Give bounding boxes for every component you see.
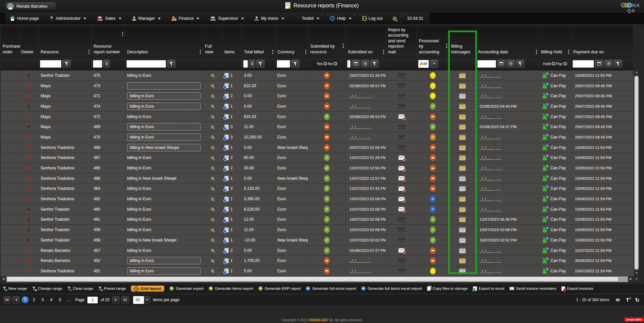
column-header-currency[interactable]: Currency	[275, 26, 308, 57]
last-page-button[interactable]	[121, 296, 129, 304]
user-badge[interactable]: Renato Barcelos	[5, 2, 56, 11]
reject-mail-icon[interactable]	[398, 114, 405, 119]
full-view-icon[interactable]	[211, 95, 214, 98]
billing-message-icon[interactable]	[459, 165, 466, 171]
full-view-icon[interactable]	[211, 249, 214, 252]
column-header-billing-messages[interactable]: Billing messages	[449, 26, 476, 57]
full-view-icon[interactable]	[211, 136, 214, 139]
toolbar-item-generate-full-items-excel-export[interactable]: Generate full items excel export	[361, 286, 422, 291]
column-header-payment-due-on[interactable]: Payment due on	[571, 26, 634, 57]
processed-status-icon[interactable]: ✓	[430, 103, 436, 110]
table-row[interactable]: ✖Maya4731810.33Euro02/08/2023 06:57 PM✓_…	[1, 81, 634, 91]
delete-icon[interactable]: ✖	[26, 104, 31, 109]
submitted-status-icon[interactable]: ✓	[324, 185, 330, 192]
table-row[interactable]: ✖Renato Barcelos457billing in Euro20.00E…	[1, 246, 634, 256]
reject-mail-icon[interactable]	[398, 259, 405, 263]
full-view-icon[interactable]	[211, 84, 214, 87]
submitted-status-icon[interactable]	[324, 83, 330, 89]
toolbar-item-generate-items-export[interactable]: Generate items export	[209, 286, 253, 291]
menu-item-help[interactable]: Help	[325, 13, 357, 24]
delete-icon[interactable]: ✖	[26, 197, 31, 202]
full-view-icon[interactable]	[211, 228, 214, 231]
table-row[interactable]: ✖Senhor Tradutor458billing in New Israel…	[1, 235, 634, 246]
filter-input-payment-due-on[interactable]	[573, 60, 594, 68]
horizontal-scrollbar-thumb[interactable]	[7, 277, 619, 282]
delete-icon[interactable]: ✖	[26, 248, 31, 253]
table-row[interactable]: ✖Senhor Tradutor461billing in Euro112.00…	[1, 215, 634, 225]
filter-input-submitted-on[interactable]	[347, 60, 351, 68]
delete-icon[interactable]: ✖	[26, 145, 31, 150]
menu-item-sales[interactable]: Sales	[92, 13, 126, 24]
table-row[interactable]: ✖Senhora Tradutora462billing in Euro13,3…	[1, 194, 634, 204]
prev-page-button[interactable]	[12, 296, 20, 304]
toolbar-item-preset-range[interactable]: Preset range	[98, 286, 126, 290]
spinner-up-icon[interactable]	[106, 62, 108, 63]
reject-mail-icon[interactable]	[398, 145, 405, 150]
table-row[interactable]: ✖Maya469billing in Euro311.00Euro_/_/___…	[1, 122, 634, 132]
processed-status-icon[interactable]	[430, 144, 436, 151]
submitted-status-icon[interactable]	[324, 144, 330, 151]
reject-mail-icon[interactable]	[398, 125, 405, 129]
items-per-page-select[interactable]: 20	[133, 296, 150, 304]
processed-status-icon[interactable]	[430, 185, 436, 192]
number-spinner[interactable]	[103, 60, 110, 68]
horizontal-scrollbar[interactable]	[1, 276, 639, 282]
reject-mail-icon[interactable]	[398, 207, 405, 211]
time-picker-button[interactable]	[361, 60, 369, 68]
full-view-icon[interactable]	[211, 146, 214, 149]
submitted-status-icon[interactable]: ✓	[324, 113, 330, 120]
table-row[interactable]: ✖Senhora Tradutora451billing in Euro15.0…	[1, 266, 634, 276]
processed-status-icon[interactable]	[430, 113, 436, 120]
spinner-down-icon[interactable]	[106, 64, 108, 65]
column-menu-icon[interactable]	[122, 32, 123, 36]
billing-message-icon[interactable]	[459, 237, 466, 243]
column-header-total-billed[interactable]: Total billed	[242, 26, 275, 57]
processed-status-icon[interactable]	[430, 175, 436, 182]
processed-status-icon[interactable]: ✓	[430, 72, 436, 79]
filter-input-total-billed[interactable]	[243, 60, 248, 68]
time-picker-button[interactable]	[506, 60, 515, 68]
page-number-button[interactable]: 1	[21, 296, 29, 304]
processed-status-icon[interactable]: ✓	[430, 83, 436, 89]
submitted-status-icon[interactable]: ✓	[324, 196, 330, 202]
full-view-icon[interactable]	[211, 167, 214, 170]
fit-columns-button[interactable]	[614, 297, 621, 303]
toolbar-item-send-invoice-reminders[interactable]: Send invoice reminders	[509, 286, 556, 290]
delete-icon[interactable]: ✖	[26, 237, 31, 243]
full-view-icon[interactable]	[211, 269, 214, 272]
billing-message-icon[interactable]	[459, 207, 466, 212]
column-header-purchase-order[interactable]: Purchase order	[1, 26, 19, 57]
column-header-delete[interactable]: Delete	[19, 26, 39, 57]
billing-message-icon[interactable]	[459, 155, 466, 160]
reject-mail-icon[interactable]	[398, 228, 405, 232]
processed-status-icon[interactable]: ✓	[430, 226, 436, 233]
submitted-status-icon[interactable]	[324, 268, 330, 274]
reject-mail-icon[interactable]	[398, 197, 405, 201]
delete-icon[interactable]: ✖	[26, 207, 31, 212]
reject-mail-icon[interactable]	[398, 94, 405, 98]
submitted-status-icon[interactable]	[324, 134, 330, 141]
description-input[interactable]: billing in Euro	[127, 133, 201, 141]
description-input[interactable]: billing in Euro	[127, 267, 201, 275]
submitted-status-icon[interactable]	[324, 103, 330, 110]
description-input[interactable]	[127, 82, 201, 90]
column-menu-icon[interactable]	[305, 50, 306, 54]
delete-icon[interactable]: ✖	[26, 155, 31, 160]
reject-mail-icon[interactable]	[398, 248, 405, 253]
billing-message-icon[interactable]	[459, 134, 466, 140]
billing-message-icon[interactable]	[459, 93, 466, 99]
submitted-status-icon[interactable]	[324, 257, 330, 264]
processed-status-icon[interactable]: ✓	[430, 216, 436, 223]
column-menu-icon[interactable]	[446, 44, 447, 48]
reject-mail-icon[interactable]	[398, 166, 405, 170]
billing-message-icon[interactable]	[459, 196, 466, 202]
billing-message-icon[interactable]	[459, 104, 466, 109]
delete-icon[interactable]: ✖	[26, 268, 31, 273]
processed-status-icon[interactable]: ✓	[430, 123, 436, 130]
submitted-status-icon[interactable]: ✓	[324, 247, 330, 254]
processed-status-icon[interactable]	[430, 154, 436, 161]
radio-yes[interactable]	[324, 62, 327, 65]
scroll-left-button[interactable]	[1, 276, 6, 282]
table-row[interactable]: ✖Renato Barcelos452billing in Euro11,700…	[1, 256, 634, 266]
billing-message-icon[interactable]	[459, 217, 466, 222]
